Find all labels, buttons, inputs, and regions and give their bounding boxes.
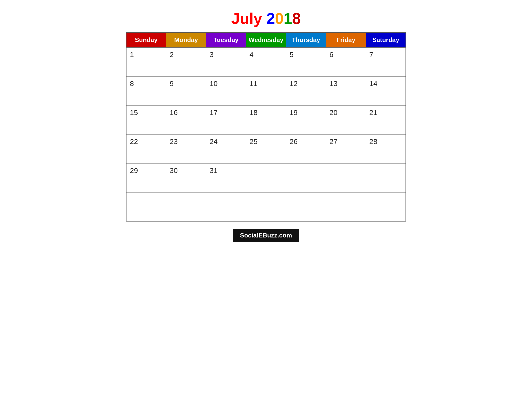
header-sunday: Sunday (126, 33, 166, 47)
header-wednesday: Wednesday (246, 33, 286, 47)
calendar-header-row: Sunday Monday Tuesday Wednesday Thursday… (126, 33, 406, 47)
calendar-day-cell: 17 (206, 105, 246, 134)
calendar-day-cell: 23 (166, 134, 206, 163)
calendar-day-cell: 10 (206, 76, 246, 105)
calendar-day-cell (286, 163, 326, 192)
calendar-day-cell (286, 192, 326, 221)
header-friday: Friday (326, 33, 366, 47)
header-tuesday: Tuesday (206, 33, 246, 47)
calendar-week-row: 891011121314 (126, 76, 406, 105)
calendar-title: July 2018 (231, 10, 301, 28)
calendar-week-row: 293031 (126, 163, 406, 192)
calendar-day-cell: 11 (246, 76, 286, 105)
calendar-day-cell: 14 (366, 76, 406, 105)
header-saturday: Saturday (366, 33, 406, 47)
calendar-day-cell: 21 (366, 105, 406, 134)
calendar-day-cell: 5 (286, 47, 326, 76)
calendar-day-cell: 19 (286, 105, 326, 134)
calendar-day-cell (126, 192, 166, 221)
calendar-day-cell: 31 (206, 163, 246, 192)
calendar-day-cell: 4 (246, 47, 286, 76)
footer-brand: SocialEBuzz.com (233, 229, 299, 242)
calendar-day-cell: 20 (326, 105, 366, 134)
title-month: July (231, 10, 266, 27)
calendar-day-cell (246, 192, 286, 221)
calendar-day-cell: 2 (166, 47, 206, 76)
header-monday: Monday (166, 33, 206, 47)
calendar-day-cell: 7 (366, 47, 406, 76)
calendar-day-cell: 3 (206, 47, 246, 76)
calendar-day-cell (326, 192, 366, 221)
calendar-day-cell: 16 (166, 105, 206, 134)
calendar-day-cell: 9 (166, 76, 206, 105)
calendar-day-cell: 15 (126, 105, 166, 134)
header-thursday: Thursday (286, 33, 326, 47)
calendar-day-cell: 22 (126, 134, 166, 163)
calendar-day-cell: 8 (126, 76, 166, 105)
calendar-day-cell: 24 (206, 134, 246, 163)
calendar-day-cell: 29 (126, 163, 166, 192)
calendar-day-cell: 6 (326, 47, 366, 76)
calendar-day-cell: 25 (246, 134, 286, 163)
calendar-day-cell: 13 (326, 76, 366, 105)
calendar-day-cell (246, 163, 286, 192)
calendar-week-row (126, 192, 406, 221)
calendar-day-cell: 12 (286, 76, 326, 105)
calendar-day-cell: 18 (246, 105, 286, 134)
calendar-day-cell: 30 (166, 163, 206, 192)
calendar-day-cell: 26 (286, 134, 326, 163)
calendar-day-cell (166, 192, 206, 221)
calendar-week-row: 22232425262728 (126, 134, 406, 163)
calendar-day-cell (206, 192, 246, 221)
calendar-week-row: 15161718192021 (126, 105, 406, 134)
calendar-day-cell (366, 163, 406, 192)
calendar-week-row: 1234567 (126, 47, 406, 76)
calendar-day-cell: 27 (326, 134, 366, 163)
calendar-table: Sunday Monday Tuesday Wednesday Thursday… (126, 32, 406, 222)
calendar-day-cell (326, 163, 366, 192)
calendar-day-cell: 28 (366, 134, 406, 163)
calendar-day-cell (366, 192, 406, 221)
calendar-day-cell: 1 (126, 47, 166, 76)
